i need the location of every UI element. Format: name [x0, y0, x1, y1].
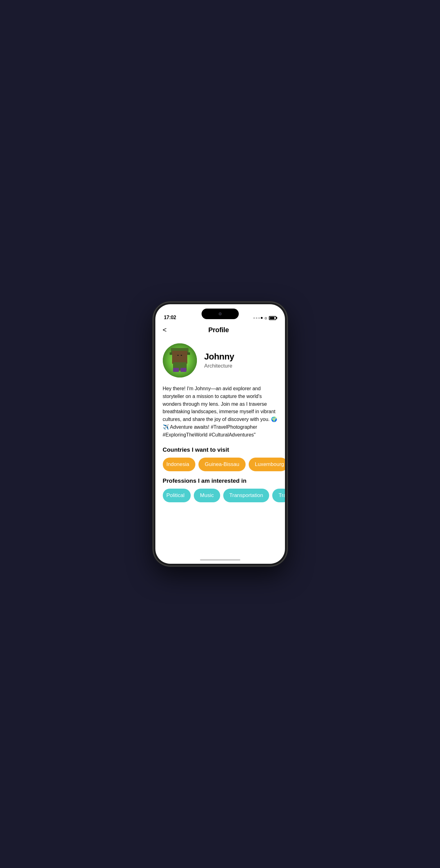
pixel-head — [172, 351, 187, 364]
profile-subtitle: Architecture — [204, 363, 234, 369]
bottom-spacer — [163, 508, 277, 521]
bio-text: Hey there! I'm Johnny—an avid explorer a… — [163, 385, 277, 446]
tag-political[interactable]: Political — [163, 489, 191, 502]
pixel-pants-left — [173, 368, 179, 372]
pixel-eye-left — [177, 355, 179, 356]
profile-section: Johnny Architecture — [163, 340, 277, 385]
countries-section: Countries I want to visit Indonesia Guin… — [163, 446, 277, 477]
countries-title: Countries I want to visit — [163, 446, 277, 453]
back-button[interactable]: < — [163, 326, 167, 334]
tag-music[interactable]: Music — [194, 489, 220, 502]
wifi-icon: ⌾ — [265, 315, 267, 320]
tag-indonesia[interactable]: Indonesia — [163, 458, 196, 471]
phone-frame: 17:02 ⌾ < Profile — [154, 302, 287, 566]
page-header: < Profile — [163, 323, 277, 340]
professions-title: Professions I am interested in — [163, 477, 277, 484]
status-time: 17:02 — [164, 315, 176, 320]
dynamic-island — [202, 309, 239, 319]
tag-tra[interactable]: Tra — [272, 489, 285, 502]
tag-luxembourg[interactable]: Luxembourg — [249, 458, 285, 471]
content-area[interactable]: < Profile — [155, 323, 285, 553]
professions-tags-row[interactable]: Political Music Transportation Tra — [155, 489, 285, 508]
signal-icon — [253, 317, 263, 319]
battery-icon — [269, 316, 276, 320]
status-icons: ⌾ — [253, 315, 276, 320]
screen: 17:02 ⌾ < Profile — [155, 304, 285, 564]
avatar-image — [163, 343, 197, 377]
professions-section: Professions I am interested in Political… — [163, 477, 277, 508]
countries-tags-row[interactable]: Indonesia Guinea-Bissau Luxembourg — [155, 458, 285, 477]
home-indicator — [200, 559, 240, 561]
dynamic-island-camera — [218, 312, 222, 315]
pixel-eye-right — [181, 355, 182, 356]
profile-name: Johnny — [204, 352, 234, 362]
pixel-pants-right — [180, 368, 187, 372]
avatar — [163, 343, 197, 377]
tag-transportation[interactable]: Transportation — [223, 489, 269, 502]
profile-info: Johnny Architecture — [204, 352, 234, 369]
tag-guinea-bissau[interactable]: Guinea-Bissau — [198, 458, 245, 471]
page-title: Profile — [167, 326, 270, 334]
